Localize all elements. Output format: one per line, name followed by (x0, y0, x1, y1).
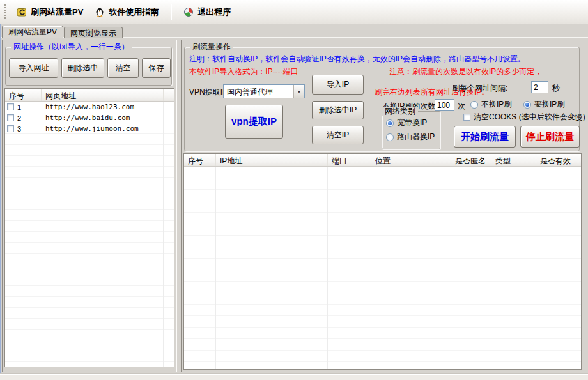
ip-table-header-location: 位置 (371, 154, 451, 166)
url-table: 序号 网页地址 1 http://www.hao123.com 2 http:/… (4, 88, 174, 367)
toolbar-button-exit[interactable]: 退出程序 (178, 3, 236, 21)
clear-ip-button[interactable]: 清空IP (312, 126, 364, 144)
toolbar-grip[interactable] (4, 4, 6, 20)
toolbar-button-brush-traffic[interactable]: 刷网站流量PV (11, 3, 89, 21)
clear-cooks-checkbox[interactable]: 清空COOKS (选中后软件会变慢) (463, 112, 585, 123)
url-panel: 网址操作（以txt导入，一行一条） 导入网址 删除选中 清空 保存 序号 网页地… (2, 40, 177, 372)
toolbar-button-guide[interactable]: 软件使用指南 (89, 3, 164, 21)
times-input[interactable] (435, 99, 454, 111)
url-group-title: 网址操作（以txt导入，一行一条） (11, 42, 132, 51)
url-row-index-cell: 1 (5, 103, 42, 111)
url-table-header-address: 网页地址 (42, 89, 164, 101)
clear-urls-button[interactable]: 清空 (107, 58, 139, 78)
ip-table-header: 序号 IP地址 端口 位置 是否匿名 类型 是否有效 (184, 154, 581, 167)
url-table-header-spacer (164, 89, 174, 101)
import-urls-button[interactable]: 导入网址 (9, 58, 58, 78)
network-type-group: 网络类别 宽带换IP 路由器换IP (382, 111, 440, 149)
url-row-checkbox[interactable] (7, 103, 14, 110)
refresh-traffic-icon (17, 7, 27, 17)
url-table-header: 序号 网页地址 (5, 89, 174, 102)
url-row-checkbox[interactable] (7, 125, 14, 132)
url-operations-group: 网址操作（以txt导入，一行一条） 导入网址 删除选中 清空 保存 (5, 47, 172, 86)
start-brush-traffic-button[interactable]: 开始刷流量 (454, 126, 516, 148)
delete-selected-ip-button[interactable]: 删除选中IP (312, 101, 364, 119)
ip-table-header-index: 序号 (184, 154, 216, 166)
checkbox-label: 清空COOKS (选中后软件会变慢) (474, 112, 585, 123)
radio-icon-selected (523, 101, 531, 109)
toolbar-label: 软件使用指南 (109, 6, 159, 18)
chevron-down-icon: ▼ (293, 85, 304, 98)
penguin-icon (95, 7, 105, 17)
radio-icon (470, 101, 478, 109)
exit-icon (183, 7, 194, 17)
ip-table-header-anonymous: 是否匿名 (451, 154, 491, 166)
url-row-address: http://www.hao123.com (42, 103, 174, 111)
tab-web-browse-display[interactable]: 网页浏览显示 (64, 27, 123, 38)
url-table-header-index: 序号 (5, 89, 42, 101)
vpn-extract-ip-button[interactable]: vpn提取IP (225, 105, 283, 139)
ip-table-header-type: 类型 (491, 154, 536, 166)
status-bar (0, 374, 588, 380)
url-row-index-cell: 2 (5, 114, 42, 122)
times-unit: 次 (458, 101, 465, 112)
url-row-number: 2 (17, 114, 21, 122)
note-attention-1: 注意：刷流量的次数是以有效IP的多少而定， (389, 66, 542, 77)
tab-bar: 刷网站流量PV 网页浏览显示 (2, 26, 123, 38)
checkbox-icon (463, 114, 470, 121)
ip-table-gridlines (184, 167, 581, 369)
toolbar-label: 刷网站流量PV (31, 6, 83, 18)
delete-selected-urls-button[interactable]: 删除选中 (61, 58, 104, 78)
vpn-proxy-selected-option: 国内普通代理 (224, 85, 293, 98)
radio-change-ip[interactable]: 要换IP刷 (523, 99, 564, 110)
toolbar: 刷网站流量PV 软件使用指南 (0, 0, 588, 24)
radio-label: 要换IP刷 (534, 99, 564, 110)
save-urls-button[interactable]: 保存 (142, 58, 171, 78)
toolbar-label: 退出程序 (197, 6, 231, 18)
url-table-gridline (42, 102, 42, 367)
radio-label: 路由器换IP (397, 132, 435, 142)
ip-table-header-valid: 是否有效 (536, 154, 581, 166)
url-row-checkbox[interactable] (7, 114, 14, 121)
url-table-row[interactable]: 2 http://www.baidu.com (5, 112, 174, 123)
radio-icon (386, 133, 394, 141)
url-row-number: 1 (17, 103, 21, 111)
url-table-gridline (163, 102, 164, 367)
import-ip-button[interactable]: 导入IP (312, 75, 364, 95)
interval-input[interactable] (531, 81, 548, 93)
tab-brush-traffic[interactable]: 刷网站流量PV (2, 26, 63, 38)
traffic-group-title: 刷流量操作 (190, 42, 233, 51)
ip-table: 序号 IP地址 端口 位置 是否匿名 类型 是否有效 (183, 153, 582, 370)
note-auto-ip: 注明：软件自动换IP，软件会自动验证IP否有效再换，无效的IP会自动删除，路由器… (189, 54, 525, 65)
interval-label: 刷每个网址间隔: (452, 83, 507, 94)
traffic-operations-group: 刷流量操作 注明：软件自动换IP，软件会自动验证IP否有效再换，无效的IP会自动… (184, 47, 580, 151)
url-table-row[interactable]: 1 http://www.hao123.com (5, 102, 174, 112)
radio-label: 宽带换IP (397, 118, 427, 128)
traffic-panel: 刷流量操作 注明：软件自动换IP，软件会自动验证IP否有效再换，无效的IP会自动… (181, 40, 584, 372)
toolbar-separator (171, 4, 171, 20)
url-row-number: 3 (17, 125, 21, 133)
url-table-body: 1 http://www.hao123.com 2 http://www.bai… (5, 102, 174, 367)
url-row-index-cell: 3 (5, 125, 42, 133)
radio-no-change-ip[interactable]: 不换IP刷 (470, 99, 511, 110)
vpn-extract-label: VPN提取IP (189, 87, 228, 98)
stop-brush-traffic-button[interactable]: 停止刷流量 (520, 126, 580, 148)
ip-table-header-port: 端口 (328, 154, 371, 166)
url-row-address: http://www.baidu.com (42, 114, 174, 122)
radio-router-ip[interactable]: 路由器换IP (386, 132, 435, 142)
radio-label: 不换IP刷 (481, 99, 511, 110)
window-frame-left (0, 24, 1, 380)
note-ip-format: 本软件IP导入格式为：IP----端口 (189, 66, 298, 77)
interval-unit: 秒 (552, 83, 560, 94)
radio-broadband-ip[interactable]: 宽带换IP (386, 118, 427, 128)
ip-table-body (184, 167, 581, 369)
network-group-title: 网络类别 (382, 107, 418, 116)
vpn-proxy-select[interactable]: 国内普通代理 ▼ (223, 84, 305, 98)
ip-table-header-ip: IP地址 (216, 154, 328, 166)
url-table-row[interactable]: 3 http://www.jiumoon.com (5, 123, 174, 134)
radio-icon-selected (386, 119, 394, 127)
url-row-address: http://www.jiumoon.com (42, 125, 174, 133)
